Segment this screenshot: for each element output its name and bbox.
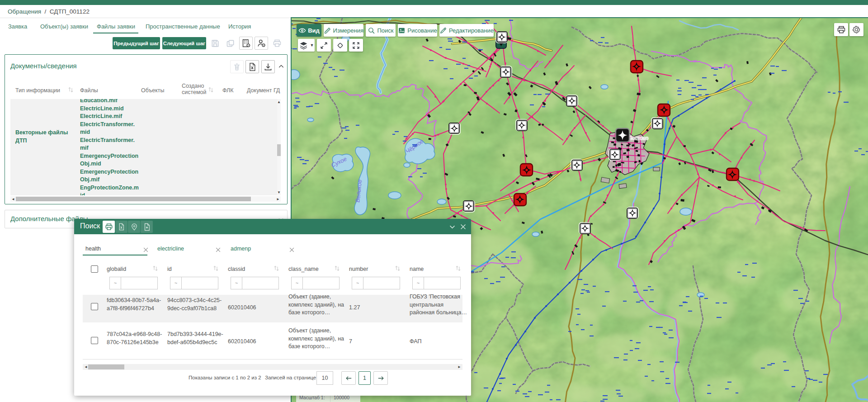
- svg-text:Пестово: Пестово: [628, 135, 649, 141]
